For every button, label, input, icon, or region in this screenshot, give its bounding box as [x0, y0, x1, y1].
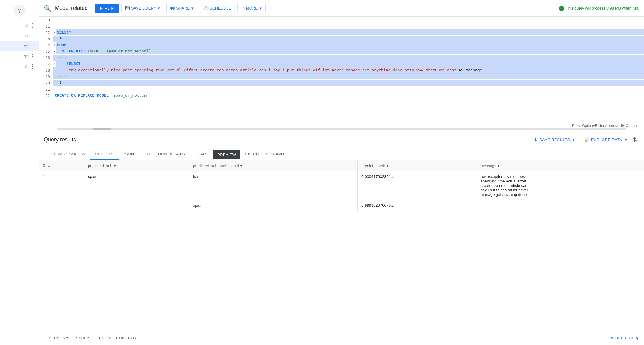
code-line-13: 13 *: [39, 36, 644, 42]
explore-data-button[interactable]: 📊 EXPLORE DATA: [582, 136, 629, 144]
tab-execution-graph-label: EXECUTION GRAPH: [245, 152, 284, 156]
more-icon-1: ⋮: [30, 32, 35, 39]
query-info: ✓ This query will process 8.98 MB when r…: [559, 6, 639, 11]
cell-prob-1: 0.000617632351...: [358, 171, 477, 200]
filter-icon-message[interactable]: ▾: [498, 163, 500, 168]
query-info-text: This query will process 8.98 MB when run…: [566, 6, 639, 10]
sidebar-item-4[interactable]: ☆ ⋮: [0, 61, 39, 71]
star-icon-1: ☆: [24, 32, 29, 39]
code-line-21: 21: [39, 86, 644, 92]
save-results-chevron: [572, 137, 575, 142]
expand-collapse-button[interactable]: ⇅: [632, 135, 639, 144]
help-icon: ?: [18, 8, 21, 14]
sidebar-item-1[interactable]: ☆ ⋮: [0, 31, 39, 41]
tab-preview-label: PREVIEW: [217, 152, 236, 157]
sidebar-item-0[interactable]: ☆ ⋮: [0, 20, 39, 31]
sidebar-item-2[interactable]: ☆ ⋮: [0, 41, 39, 51]
toolbar: 🔍 Model related RUN 💾 SAVE QUERY 👥 SHARE…: [39, 0, 644, 17]
sidebar-item-3[interactable]: ☆ ⋮: [0, 51, 39, 61]
cell-row-num-1b: [39, 200, 84, 211]
explore-data-label: EXPLORE DATA: [591, 137, 622, 142]
check-circle-icon: ✓: [559, 6, 564, 11]
schedule-icon: 🕐: [204, 6, 209, 10]
save-results-button[interactable]: ⬇ SAVE RESULTS: [531, 135, 577, 144]
cell-message-1: aw exceptionally nice post spending time…: [477, 171, 644, 200]
filter-icon-probs-label[interactable]: ▾: [240, 163, 242, 168]
share-chevron: [191, 6, 194, 10]
tab-execution-details[interactable]: EXECUTION DETAILS: [139, 148, 190, 160]
save-results-label: SAVE RESULTS: [539, 137, 570, 142]
personal-history-tab[interactable]: PERSONAL HISTORY: [44, 333, 94, 343]
code-lines: 10 11 12 ▾ SELECT: [39, 17, 644, 99]
project-history-tab[interactable]: PROJECT HISTORY: [94, 333, 142, 343]
main-content: 🔍 Model related RUN 💾 SAVE QUERY 👥 SHARE…: [39, 0, 644, 345]
share-button[interactable]: 👥 SHARE: [166, 4, 197, 13]
scrollbar-thumb: [93, 128, 111, 130]
bottom-bar: PERSONAL HISTORY PROJECT HISTORY ↻ REFRE…: [39, 331, 644, 345]
cell-message-1b: [477, 200, 644, 211]
tab-job-information[interactable]: JOB INFORMATION: [44, 148, 90, 160]
cell-prob-1b: 0.999382376670...: [358, 200, 477, 211]
schedule-button[interactable]: 🕐 SCHEDULE: [200, 4, 235, 13]
page-title: Model related: [55, 5, 88, 11]
results-tabs: JOB INFORMATION RESULTS JSON EXECUTION D…: [39, 148, 644, 160]
results-table-container[interactable]: Row predicted_soh ▾ predicted_soh_p: [39, 160, 644, 331]
col-header-predicted-prob: predict... prob ▾: [358, 160, 477, 171]
more-button[interactable]: ⚙ MORE: [237, 4, 266, 13]
tab-chart-label: CHART: [194, 152, 208, 156]
collapse-icon-12[interactable]: ▾: [53, 29, 55, 35]
code-line-17: 17 ▾ ····SELECT: [39, 61, 644, 67]
more-icon-2: ⋮: [30, 43, 35, 49]
more-chevron: [259, 6, 262, 10]
code-line-14: 14 ▾ FROM: [39, 42, 644, 48]
save-query-chevron: [157, 6, 160, 10]
tab-results[interactable]: RESULTS: [90, 148, 118, 160]
tab-results-label: RESULTS: [95, 152, 113, 156]
results-header: Query results ⬇ SAVE RESULTS 📊 EXPLORE D…: [39, 131, 644, 148]
code-line-18: 18 "aw exceptionally nice post spending …: [39, 67, 644, 74]
editor-scrollbar[interactable]: [57, 128, 626, 130]
code-editor-area: 10 11 12 ▾ SELECT: [39, 17, 644, 131]
save-query-label: SAVE QUERY: [131, 6, 156, 10]
collapse-icon-14[interactable]: ▾: [53, 42, 55, 48]
star-icon-0: ☆: [24, 22, 29, 29]
sidebar: ? ☆ ⋮ ☆ ⋮ ☆ ⋮ ☆ ⋮ ☆ ⋮: [0, 0, 39, 345]
help-button[interactable]: ?: [14, 5, 26, 17]
col-header-predicted-soh: predicted_soh ▾: [84, 160, 189, 171]
col-header-message: message ▾: [477, 160, 644, 171]
save-query-icon: 💾: [125, 6, 130, 10]
code-line-10: 10: [39, 17, 644, 23]
code-line-22: 22 CREATE OR REPLACE MODEL `spam_or_not.…: [39, 92, 644, 99]
col-header-row: Row: [39, 160, 84, 171]
run-button[interactable]: RUN: [95, 4, 119, 13]
filter-icon-prob[interactable]: ▾: [387, 163, 389, 168]
code-line-19: 19 ····): [39, 74, 644, 80]
tab-execution-graph[interactable]: EXECUTION GRAPH: [240, 148, 289, 160]
download-icon: ⬇: [534, 137, 538, 142]
cell-probs-label-1b: spam: [189, 200, 358, 211]
results-title: Query results: [44, 136, 531, 143]
personal-history-label: PERSONAL HISTORY: [49, 336, 89, 340]
collapse-icon-17[interactable]: ▾: [53, 61, 55, 67]
cell-probs-label-1: ham: [189, 171, 358, 200]
schedule-label: SCHEDULE: [210, 6, 231, 10]
refresh-label: REFRESH: [615, 336, 635, 340]
table-header-row: Row predicted_soh ▾ predicted_soh_p: [39, 160, 644, 171]
filter-icon-predicted-soh[interactable]: ▾: [114, 163, 116, 168]
run-label: RUN: [104, 6, 114, 11]
cell-predicted-soh-1: spam: [84, 171, 189, 200]
code-editor[interactable]: 10 11 12 ▾ SELECT: [39, 17, 644, 131]
table-row-1b: spam 0.999382376670...: [39, 200, 644, 211]
refresh-button[interactable]: ↻ REFRESH: [610, 336, 635, 340]
collapse-icon-15[interactable]: ▾: [53, 48, 55, 54]
col-header-predicted-soh-probs-label: predicted_soh_probs.label ▾: [189, 160, 358, 171]
tab-preview[interactable]: PREVIEW: [213, 150, 240, 159]
sidebar-items: ☆ ⋮ ☆ ⋮ ☆ ⋮ ☆ ⋮ ☆ ⋮: [0, 19, 39, 73]
search-icon: 🔍: [44, 5, 51, 12]
expand-bottom-button[interactable]: ∧: [635, 334, 639, 342]
tab-chart[interactable]: CHART: [190, 148, 213, 160]
tab-execution-details-label: EXECUTION DETAILS: [143, 152, 185, 156]
tab-json-label: JSON: [123, 152, 134, 156]
save-query-button[interactable]: 💾 SAVE QUERY: [121, 4, 164, 13]
tab-json[interactable]: JSON: [119, 148, 139, 160]
